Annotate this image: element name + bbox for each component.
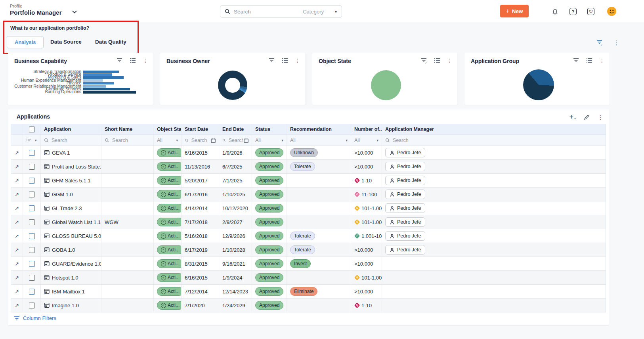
calendar-icon[interactable] (211, 138, 216, 143)
list-icon[interactable] (130, 58, 136, 63)
column-filters-link[interactable]: Column Filters (11, 312, 606, 321)
kebab-menu-icon[interactable]: ⋮ (143, 58, 148, 63)
column-header-end-date[interactable]: End Date (219, 124, 252, 134)
search-input[interactable] (233, 8, 286, 15)
profile-dropdown[interactable]: Portfolio Manager (10, 9, 62, 16)
filter-select[interactable]: All▾ (351, 135, 382, 146)
column-header-number-of-[interactable]: Number of... (351, 124, 382, 134)
column-header-start-date[interactable]: Start Date (182, 124, 219, 134)
manager-chip[interactable]: Pedro Jefe (385, 190, 425, 199)
open-arrow-icon[interactable]: ↗ (15, 261, 19, 267)
filter-select[interactable]: All▾ (154, 135, 182, 146)
add-application-button[interactable]: +▾ (569, 113, 576, 121)
application-cell[interactable]: AHotspot 1.0 (41, 271, 101, 284)
kebab-menu-icon[interactable]: ⋮ (447, 58, 453, 63)
manager-chip[interactable]: Pedro Jefe (385, 217, 425, 227)
view-menu-kebab-icon[interactable]: ⋮ (613, 39, 616, 46)
filter-icon[interactable] (269, 58, 275, 63)
category-select[interactable]: Category (303, 9, 324, 15)
row-checkbox[interactable] (29, 275, 35, 281)
column-header-application[interactable]: Application (41, 124, 101, 134)
kebab-menu-icon[interactable]: ⋮ (599, 58, 605, 63)
manager-chip[interactable]: Pedro Jefe (385, 203, 425, 213)
filter-search-input[interactable] (228, 137, 244, 144)
application-cell[interactable]: AProfit and Loss State... (41, 160, 101, 173)
select-all-checkbox[interactable] (29, 126, 35, 132)
chevron-down-icon[interactable] (71, 9, 78, 15)
view-filter-icon[interactable]: ✓ (596, 39, 603, 46)
bell-icon[interactable] (551, 8, 559, 15)
user-avatar[interactable] (607, 7, 616, 16)
column-header-object-sta-[interactable]: Object Sta... (154, 124, 182, 134)
application-cell[interactable]: AGLOSS BUREAU 5.0.1 (41, 229, 101, 243)
open-arrow-icon[interactable]: ↗ (15, 275, 19, 281)
list-icon[interactable] (282, 58, 288, 63)
filter-applied-icon[interactable]: ✓ (421, 58, 427, 63)
list-icon[interactable] (586, 58, 592, 63)
person-icon (390, 178, 395, 183)
open-arrow-icon[interactable]: ↗ (15, 233, 19, 239)
column-header-recommendation[interactable]: Recommendation (287, 124, 351, 134)
open-arrow-icon[interactable]: ↗ (15, 164, 19, 170)
status-badge: Approved (255, 273, 283, 282)
open-arrow-icon[interactable]: ↗ (15, 303, 19, 308)
row-checkbox[interactable] (29, 164, 35, 170)
manager-chip[interactable]: Pedro Jefe (385, 231, 425, 241)
application-cell[interactable]: AGL Trade 2.3 (41, 201, 101, 215)
tab-data-source[interactable]: Data Source (50, 36, 82, 48)
row-checkbox[interactable] (29, 192, 35, 197)
edit-pencil-icon[interactable] (584, 114, 590, 120)
open-arrow-icon[interactable]: ↗ (15, 219, 19, 225)
filter-select[interactable]: All▾ (287, 135, 351, 146)
kebab-menu-icon[interactable]: ⋮ (295, 58, 300, 63)
tab-analysis[interactable]: Analysis (7, 36, 44, 48)
row-checkbox[interactable] (29, 150, 35, 156)
global-search[interactable]: Category ▾ (220, 5, 342, 18)
open-arrow-icon[interactable]: ↗ (15, 205, 19, 211)
column-header-application-manager[interactable]: Application Manager (382, 124, 606, 134)
row-checkbox[interactable] (29, 205, 35, 211)
feedback-heart-icon[interactable]: ♡ (587, 8, 595, 15)
filter-select[interactable]: All▾ (252, 135, 287, 146)
column-header-status[interactable]: Status (252, 124, 287, 134)
application-cell[interactable]: AGGM 1.0 (41, 188, 101, 201)
row-checkbox[interactable] (29, 178, 35, 184)
filter-search-input[interactable] (392, 137, 557, 144)
application-cell[interactable]: AIBM-Mailbox 1 (41, 285, 101, 298)
manager-chip[interactable]: Pedro Jefe (385, 176, 425, 185)
help-icon[interactable]: ? (569, 8, 577, 15)
open-arrow-icon[interactable]: ↗ (15, 178, 19, 184)
filter-search-input[interactable] (191, 137, 211, 144)
manager-chip[interactable]: Pedro Jefe (385, 148, 425, 157)
row-checkbox[interactable] (29, 261, 35, 267)
filter-icon[interactable] (117, 58, 123, 63)
row-checkbox[interactable] (29, 219, 35, 225)
row-checkbox[interactable] (29, 247, 35, 253)
application-cell[interactable]: AGEVA 1 (41, 146, 101, 159)
application-cell[interactable]: AGOBA 1.0 (41, 243, 101, 257)
tab-data-quality[interactable]: Data Quality (95, 36, 126, 48)
manager-chip[interactable]: Pedro Jefe (385, 162, 425, 171)
filter-search-input[interactable] (111, 137, 147, 144)
filter-search-input[interactable] (51, 137, 93, 144)
row-checkbox[interactable] (29, 289, 35, 295)
open-arrow-icon[interactable]: ↗ (15, 247, 19, 253)
application-cell[interactable]: AGUARD/Evidence 1.0 (41, 257, 101, 270)
column-header-short-name[interactable]: Short Name (101, 124, 154, 134)
application-cell[interactable]: AGlobal Watch List 1.1... (41, 215, 101, 229)
open-arrow-icon[interactable]: ↗ (15, 289, 19, 295)
kebab-menu-icon[interactable]: ⋮ (598, 115, 603, 120)
filter-operator-selector[interactable]: ▾ (23, 135, 41, 146)
application-cell[interactable]: AImagine 1.0 (41, 299, 101, 312)
row-checkbox[interactable] (29, 233, 35, 239)
list-icon[interactable] (434, 58, 440, 63)
new-button[interactable]: + New (500, 5, 529, 17)
open-arrow-icon[interactable]: ↗ (15, 192, 19, 197)
open-arrow-icon[interactable]: ↗ (15, 150, 19, 156)
filter-icon[interactable] (573, 58, 579, 63)
manager-chip[interactable]: Pedro Jefe (385, 245, 425, 255)
calendar-icon[interactable] (244, 138, 248, 143)
caret-down-icon[interactable]: ▾ (335, 10, 337, 14)
application-cell[interactable]: AGFM Sales 5.1.1 (41, 174, 101, 187)
row-checkbox[interactable] (29, 303, 35, 308)
